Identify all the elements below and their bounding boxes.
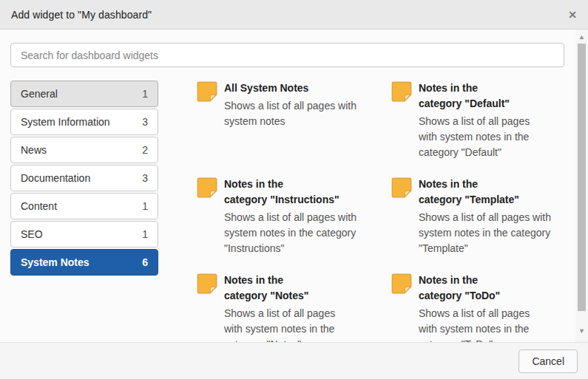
- category-count: 1: [142, 88, 148, 100]
- category-count: 6: [142, 256, 148, 268]
- sticky-note-icon: [391, 273, 413, 295]
- widget-description: Shows a list of all pages with system no…: [224, 98, 356, 129]
- widget-title: Notes in the category "Instructions": [224, 177, 356, 208]
- scroll-up-icon[interactable]: ▲: [575, 34, 588, 41]
- category-count: 3: [142, 172, 148, 184]
- category-count: 2: [142, 144, 148, 156]
- sidebar-item-general[interactable]: General 1: [10, 81, 158, 107]
- dialog-title: Add widget to "My dashboard": [11, 9, 152, 21]
- search-input[interactable]: [10, 43, 564, 67]
- widget-description: Shows a list of all pages with system no…: [224, 210, 356, 256]
- scrollbar-thumb[interactable]: [578, 44, 586, 311]
- category-label: News: [21, 144, 47, 156]
- close-icon[interactable]: ✕: [568, 10, 577, 20]
- widget-description: Shows a list of all pages with system no…: [419, 114, 530, 160]
- sidebar-item-seo[interactable]: SEO 1: [10, 221, 158, 247]
- category-label: SEO: [21, 228, 43, 240]
- sidebar-item-news[interactable]: News 2: [10, 137, 158, 163]
- sticky-note-icon: [196, 81, 218, 103]
- category-label: Content: [21, 200, 57, 212]
- widget-title: Notes in the category "Template": [419, 177, 551, 208]
- sidebar-item-system-information[interactable]: System Information 3: [10, 109, 158, 135]
- sidebar-item-documentation[interactable]: Documentation 3: [10, 165, 158, 191]
- widget-title: Notes in the category "Default": [419, 81, 530, 112]
- category-label: General: [21, 88, 58, 100]
- cancel-button[interactable]: Cancel: [518, 349, 578, 373]
- scrollbar[interactable]: ▲ ▼: [575, 30, 588, 342]
- add-widget-dialog: Add widget to "My dashboard" ✕ General 1…: [0, 0, 588, 379]
- widget-notes-default[interactable]: Notes in the category "Default" Shows a …: [391, 81, 585, 177]
- category-count: 1: [142, 228, 148, 240]
- category-count: 1: [142, 200, 148, 212]
- category-list: General 1 System Information 3 News 2 Do…: [10, 81, 158, 277]
- dialog-content: General 1 System Information 3 News 2 Do…: [10, 81, 575, 342]
- widget-notes-todo[interactable]: Notes in the category "ToDo" Shows a lis…: [391, 273, 585, 342]
- widget-title: Notes in the category "ToDo": [419, 273, 530, 304]
- widget-title: All System Notes: [224, 81, 356, 96]
- category-count: 3: [142, 116, 148, 128]
- widget-title: Notes in the category "Notes": [224, 273, 335, 304]
- widget-description: Shows a list of all pages with system no…: [224, 306, 335, 342]
- widget-notes-notes[interactable]: Notes in the category "Notes" Shows a li…: [196, 273, 391, 342]
- category-label: System Notes: [21, 256, 89, 268]
- sticky-note-icon: [196, 177, 218, 199]
- sticky-note-icon: [391, 81, 413, 103]
- widget-description: Shows a list of all pages with system no…: [419, 306, 530, 342]
- category-label: Documentation: [21, 172, 90, 184]
- scroll-down-icon[interactable]: ▼: [575, 328, 588, 335]
- dialog-footer: Cancel: [0, 342, 588, 379]
- widget-description: Shows a list of all pages with system no…: [419, 210, 551, 256]
- sticky-note-icon: [196, 273, 218, 295]
- widget-grid: All System Notes Shows a list of all pag…: [196, 81, 585, 342]
- widget-notes-template[interactable]: Notes in the category "Template" Shows a…: [391, 177, 585, 273]
- dialog-body: General 1 System Information 3 News 2 Do…: [0, 30, 588, 342]
- category-label: System Information: [21, 116, 110, 128]
- sidebar-item-system-notes[interactable]: System Notes 6: [10, 249, 158, 276]
- widget-notes-instructions[interactable]: Notes in the category "Instructions" Sho…: [196, 177, 391, 273]
- sticky-note-icon: [391, 177, 413, 199]
- dialog-header: Add widget to "My dashboard" ✕: [0, 0, 588, 30]
- widget-all-system-notes[interactable]: All System Notes Shows a list of all pag…: [196, 81, 391, 177]
- sidebar-item-content[interactable]: Content 1: [10, 193, 158, 219]
